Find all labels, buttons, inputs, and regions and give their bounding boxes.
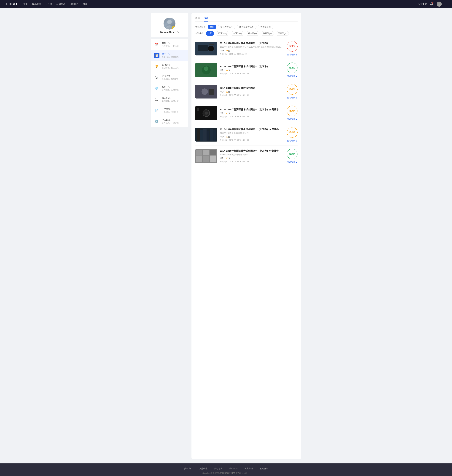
profile-name: Natalie Smith ✎: [154, 31, 185, 34]
exam-time: 考试时间：2019-05-03 10：09：09: [220, 139, 284, 142]
profile-edit-icon[interactable]: ✎: [177, 31, 179, 33]
filter-type-cert[interactable]: 证书类考试(4): [218, 25, 235, 29]
exam-action: 未通过 查看详情 ▶: [287, 41, 298, 56]
nav-qa[interactable]: 问答社区: [70, 3, 78, 6]
svg-point-10: [201, 88, 208, 95]
filter-status-label: 考试状态: [195, 32, 203, 35]
exam-thumbnail: [195, 63, 217, 77]
exam-thumbnail: [195, 42, 217, 55]
nav-bank[interactable]: 题库: [83, 3, 87, 6]
exam-time: 考试时间：2019-05-03 10：09：09: [220, 116, 284, 118]
messages-icon: 💭: [154, 97, 160, 102]
exam-info: 2017–2018年行测证件考试全国统一（北京卷） 得分：99分 考试时间：20…: [220, 65, 284, 75]
filter-type-all[interactable]: 全部: [208, 25, 216, 29]
exam-detail-button[interactable]: 查看详情 ▶: [287, 75, 297, 78]
exam-thumbnail: [195, 85, 217, 98]
svg-rect-17: [197, 129, 200, 141]
exam-title: 2017–2018年行测证件考试全国统一（北京卷）付费批卷: [220, 128, 284, 131]
svg-rect-20: [207, 131, 209, 141]
exam-status-stamp: 未通过: [287, 41, 298, 52]
filter-status-passed[interactable]: 已通过(2): [216, 31, 229, 36]
profile-card: 🏅 Natalie Smith ✎: [151, 13, 188, 37]
sidebar-item-messages[interactable]: 💭 我的消息 消息通知、及时了解: [151, 94, 188, 105]
app-download-link[interactable]: APP下载: [418, 3, 427, 6]
nav-discover[interactable]: 发现课程: [32, 3, 41, 6]
exam-info: 2017–2018年行测证件考试全国统一（北京卷）付费批卷 2018年行测考试是…: [220, 150, 284, 163]
filter-status-row: 考试状态 全部 已通过(2) 未通过(2) 待考试(2) 待批阅(2) 已批阅(…: [195, 31, 298, 36]
svg-rect-24: [196, 150, 202, 155]
sidebar-item-question-bank[interactable]: 📋 题库中心 海量习题、助力通关: [151, 50, 188, 61]
exam-action: 已批阅 查看详情 ▶: [287, 149, 298, 164]
exam-item: 2017–2018年行测证件考试全国统一（北京卷）付费批卷 2018年行测考试是…: [195, 124, 298, 145]
exam-list: 2017–2018年行测证件考试全国统一（北京卷） 2018年行测考试是最值得多…: [195, 38, 298, 167]
sidebar-item-orders[interactable]: 📄 订单管理 订单支出、明明白白: [151, 105, 188, 116]
svg-rect-26: [210, 150, 216, 155]
exam-status-stamp: 已批阅: [287, 149, 298, 159]
sidebar-item-account[interactable]: 💎 账户中心 个人权益、实时掌握: [151, 83, 188, 94]
notification-bell[interactable]: [430, 2, 433, 6]
exam-item: 2017–2018年行测证件考试全国统一（北京卷）付费批卷 2018年行测考试是…: [195, 145, 298, 167]
user-avatar-header[interactable]: [437, 2, 442, 7]
qa-icon: 💬: [154, 75, 160, 80]
exam-desc: 2018年行测考试是最值得多去研究 2018年行测考试是最值得多去研究 2018…: [220, 46, 282, 48]
exam-thumbnail: [195, 106, 217, 120]
nav-more[interactable]: ···: [92, 3, 93, 6]
exam-action: 待批阅 查看详情 ▶: [287, 127, 298, 142]
exam-item: 2017–2018年行测证件考试全国统一 得分：99分 考试时间：2019-05…: [195, 81, 298, 102]
exam-detail-button[interactable]: 查看详情 ▶: [287, 53, 297, 56]
main-nav: 首页 发现课程 公开课 新闻资讯 问答社区 题库 ···: [23, 3, 418, 6]
filter-status-pending[interactable]: 待考试(2): [246, 31, 259, 36]
exam-detail-button[interactable]: 查看详情 ▶: [287, 96, 297, 99]
chevron-right-icon: ▶: [296, 75, 297, 77]
exam-detail-button[interactable]: 查看详情 ▶: [287, 118, 297, 121]
nav-news[interactable]: 新闻资讯: [56, 3, 65, 6]
filter-type-paid[interactable]: 付费批卷(6): [258, 25, 273, 29]
footer-link-partner[interactable]: 合作伙伴: [229, 467, 238, 470]
exam-thumbnail: [195, 149, 217, 163]
footer: 关于我们 | 加盟代理 | 网站地图 | 合作伙伴 | 免责声明 | 招贤纳士 …: [0, 463, 452, 476]
exam-time: 考试时间：2019-05-03 10:09:09: [220, 53, 284, 55]
footer-copyright: Copyright© 云朵商学院 版权所有 京ICP备17051340号–1: [3, 472, 449, 475]
filter-status-all[interactable]: 全部: [206, 31, 214, 36]
exam-status-stamp: 待考试: [287, 84, 298, 95]
exam-status-stamp: 待批阅: [287, 106, 298, 116]
filter-type-random[interactable]: 随机抽题考试(5): [237, 25, 256, 29]
sidebar-item-certificate[interactable]: 🏆 证书荣誉 收获荣誉、持证上岗: [151, 61, 188, 72]
question-bank-icon: 📋: [154, 53, 160, 58]
filter-status-wait-review[interactable]: 待批阅(2): [261, 31, 274, 36]
footer-link-jobs[interactable]: 招贤纳士: [259, 467, 268, 470]
chevron-right-icon: ▶: [296, 54, 297, 56]
filter-status-failed[interactable]: 未通过(2): [231, 31, 244, 36]
svg-rect-15: [197, 108, 199, 111]
chevron-right-icon: ▶: [296, 97, 297, 99]
sidebar-item-settings[interactable]: ⚙️ 个人设置 个人信息、一键管理: [151, 116, 188, 127]
footer-link-agent[interactable]: 加盟代理: [199, 467, 207, 470]
exam-detail-button[interactable]: 查看详情 ▶: [287, 161, 297, 164]
exam-status-stamp: 待批阅: [287, 127, 298, 138]
exam-title: 2017–2018年行测证件考试全国统一: [220, 87, 284, 89]
sidebar-item-qa[interactable]: 💬 学习问答 课后重温、疑难解答: [151, 72, 188, 83]
exam-time: 考试时间：2019-05-03 10：09：09: [220, 72, 284, 75]
footer-link-about[interactable]: 关于我们: [184, 467, 193, 470]
tab-exam[interactable]: 考试: [204, 17, 208, 21]
svg-point-4: [208, 46, 214, 51]
main-content: 题库 考试 考试类型： 全部 证书类考试(4) 随机抽题考试(5) 付费批卷(6…: [192, 13, 301, 459]
sidebar-item-course-center[interactable]: 📅 课程中心 精彩课程、不容错过: [151, 39, 188, 50]
exam-info: 2017–2018年行测证件考试全国统一（北京卷） 2018年行测考试是最值得多…: [220, 42, 284, 55]
footer-link-sitemap[interactable]: 网站地图: [214, 467, 223, 470]
content-tabs: 题库 考试: [195, 17, 298, 21]
exam-score: 得分：99分: [220, 90, 284, 93]
orders-icon: 📄: [154, 108, 160, 113]
chevron-right-icon: ▶: [296, 140, 297, 142]
exam-thumbnail: [195, 128, 217, 142]
exam-time: 考试时间：2019-05-03 10：09：09: [220, 94, 284, 97]
footer-link-disclaimer[interactable]: 免责声明: [245, 467, 253, 470]
nav-home[interactable]: 首页: [23, 3, 28, 6]
filter-status-reviewed[interactable]: 已批阅(2): [276, 31, 289, 36]
nav-open[interactable]: 公开课: [45, 3, 52, 6]
tab-bank[interactable]: 题库: [195, 17, 200, 21]
user-menu-chevron[interactable]: ▾: [445, 3, 446, 5]
header: LOGO 首页 发现课程 公开课 新闻资讯 问答社区 题库 ··· APP下载 …: [0, 0, 452, 8]
exam-detail-button[interactable]: 查看详情 ▶: [287, 139, 297, 142]
exam-info: 2017–2018年行测证件考试全国统一（北京卷）付费批卷 得分：25分 考试时…: [220, 108, 284, 118]
